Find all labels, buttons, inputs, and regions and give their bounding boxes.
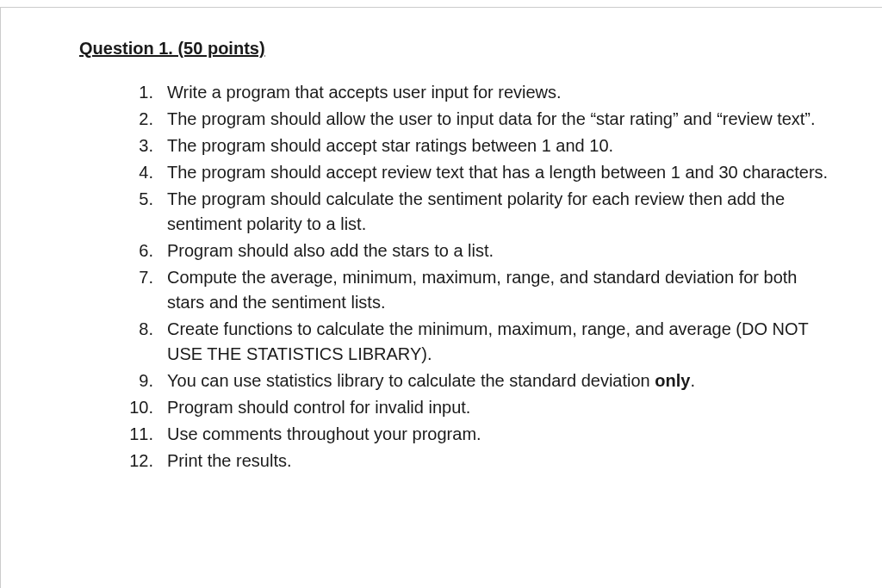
list-number: 2 bbox=[129, 107, 155, 132]
list-item: 5 The program should calculate the senti… bbox=[129, 187, 830, 237]
list-number: 5 bbox=[129, 187, 155, 212]
list-text: Write a program that accepts user input … bbox=[167, 80, 830, 105]
list-number: 6 bbox=[129, 238, 155, 263]
list-number: 11 bbox=[129, 422, 155, 447]
list-text: The program should accept star ratings b… bbox=[167, 133, 830, 158]
list-number: 1 bbox=[129, 80, 155, 105]
list-item: 11 Use comments throughout your program. bbox=[129, 422, 830, 447]
list-item: 6 Program should also add the stars to a… bbox=[129, 238, 830, 263]
list-item: 12 Print the results. bbox=[129, 449, 830, 473]
list-item: 10 Program should control for invalid in… bbox=[129, 395, 830, 420]
list-number: 12 bbox=[129, 449, 155, 473]
requirements-list: 1 Write a program that accepts user inpu… bbox=[79, 80, 830, 473]
list-item: 4 The program should accept review text … bbox=[129, 160, 830, 185]
list-item: 2 The program should allow the user to i… bbox=[129, 107, 830, 132]
list-item: 3 The program should accept star ratings… bbox=[129, 133, 830, 158]
list-number: 10 bbox=[129, 395, 155, 420]
list-text: Create functions to calculate the minimu… bbox=[167, 317, 830, 367]
list-text: The program should calculate the sentime… bbox=[167, 187, 830, 237]
list-text: Use comments throughout your program. bbox=[167, 422, 830, 447]
list-number: 3 bbox=[129, 133, 155, 158]
list-number: 9 bbox=[129, 368, 155, 393]
list-text: The program should accept review text th… bbox=[167, 160, 830, 185]
list-item: 7 Compute the average, minimum, maximum,… bbox=[129, 265, 830, 315]
list-number: 8 bbox=[129, 317, 155, 342]
list-text: Compute the average, minimum, maximum, r… bbox=[167, 265, 830, 315]
list-number: 7 bbox=[129, 265, 155, 290]
list-item: 1 Write a program that accepts user inpu… bbox=[129, 80, 830, 105]
emphasis-only: only bbox=[655, 371, 690, 390]
list-text: Program should also add the stars to a l… bbox=[167, 238, 830, 263]
list-text: You can use statistics library to calcul… bbox=[167, 368, 830, 393]
question-title: Question 1. (50 points) bbox=[79, 36, 830, 61]
list-text: The program should allow the user to inp… bbox=[167, 107, 830, 132]
document-content: Question 1. (50 points) 1 Write a progra… bbox=[79, 36, 830, 475]
list-text: Program should control for invalid input… bbox=[167, 395, 830, 420]
list-item: 8 Create functions to calculate the mini… bbox=[129, 317, 830, 367]
list-item: 9 You can use statistics library to calc… bbox=[129, 368, 830, 393]
list-text: Print the results. bbox=[167, 449, 830, 473]
list-number: 4 bbox=[129, 160, 155, 185]
